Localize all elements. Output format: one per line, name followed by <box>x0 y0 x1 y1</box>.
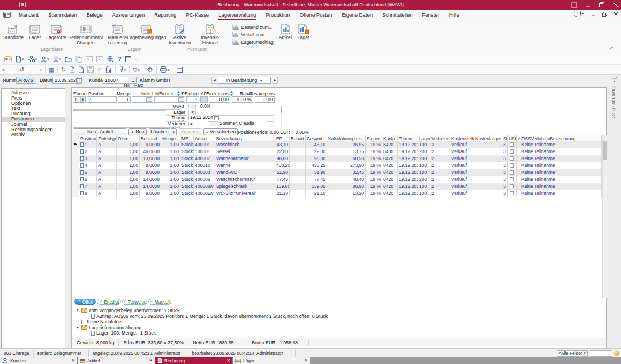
menu-item-reporting[interactable]: Reporting <box>149 10 181 20</box>
column-header-bezeichnung[interactable]: Bezeichnung <box>215 135 275 141</box>
next-record-icon[interactable]: → <box>27 67 33 73</box>
column-header-kalkulationspreis[interactable]: Kalkulationspreis <box>327 135 366 141</box>
print-icon[interactable]: ▾ <box>160 66 170 73</box>
column-header-position[interactable]: Position <box>79 135 97 141</box>
peinheit-field[interactable]: 1 <box>186 96 199 103</box>
column-header-kostenstelle[interactable]: Kostenstelle <box>450 135 474 141</box>
filter-tab-erledigt[interactable]: ✓Erledigt <box>97 299 121 305</box>
mdi-close-icon[interactable] <box>614 12 618 17</box>
table-scrollbar[interactable] <box>602 135 607 298</box>
positions-table[interactable]: PositionZeilentypOffenBestandMengeMEArti… <box>72 135 602 298</box>
new-record-icon[interactable] <box>69 66 75 73</box>
ebene-field[interactable]: 1▲▼ <box>73 96 86 103</box>
column-header-me[interactable]: ME <box>180 135 194 141</box>
column-header-zeilentyp[interactable]: Zeilentyp <box>97 135 117 141</box>
column-header-vertreter[interactable]: Vertreter <box>430 135 450 141</box>
table-row[interactable]: 5A1,009,00001,00Stück400003Wand-WC51,905… <box>72 169 602 176</box>
history-icon[interactable]: ↺ <box>19 67 24 73</box>
person-icon[interactable]: ▾ <box>41 56 49 63</box>
position-field[interactable]: 2 <box>87 96 117 103</box>
termin-field[interactable]: 19.12.2014 <box>189 115 213 120</box>
menu-item-auswertungen[interactable]: Auswertungen <box>107 10 149 20</box>
column-header-steuer[interactable]: Steuer <box>366 135 382 141</box>
meinheit-field[interactable]: ... <box>154 96 185 103</box>
menu-item-belege[interactable]: Belege <box>82 10 108 20</box>
tree-expander-icon[interactable]: ▾ <box>75 308 80 313</box>
menu-item-hilfe[interactable]: Hilfe <box>444 10 464 20</box>
close-icon[interactable] <box>612 2 619 8</box>
ebene-spinner[interactable]: ▲▼ <box>80 97 85 102</box>
ustidpf-checkbox[interactable] <box>510 156 514 161</box>
calendar-icon[interactable] <box>76 77 81 83</box>
table-row[interactable]: 4A1,008,00001,00Stück400010Wanne438,2543… <box>72 162 602 169</box>
position-text-row[interactable] <box>73 110 180 116</box>
column-header-offen[interactable]: Offen <box>117 135 140 141</box>
column-header-bestand[interactable]: Bestand <box>140 135 161 141</box>
filter-tab-teilweise[interactable]: ✓Teilweise <box>122 299 147 305</box>
ribbon-button-lagerorte[interactable]: Lagerorte <box>44 22 69 41</box>
ribbon-button-lagerumschlag[interactable]: Lagerumschlag <box>232 39 274 45</box>
table-row[interactable]: 3A1,0013,00001,00Stück400007Wannenarmatu… <box>72 155 602 162</box>
sidebar-item-archiv[interactable]: Archiv <box>2 132 65 138</box>
minimize-icon[interactable] <box>585 2 591 8</box>
menu-item-produktion[interactable]: Produktion <box>261 10 294 20</box>
column-header-ep[interactable]: EP <box>275 135 290 141</box>
calendar-icon[interactable] <box>214 116 219 120</box>
ribbon-button-verfall-zum-[interactable]: Verfall zum... <box>232 32 274 37</box>
ustidpf-checkbox[interactable] <box>510 177 514 181</box>
einzelpreis-field[interactable]: 0,00 <box>209 96 230 103</box>
menge-field[interactable]: 1 <box>118 96 131 103</box>
column-header-ste[interactable]: Ste <box>502 135 508 141</box>
table-row[interactable]: 6A1,0014,00001,00Stück400006Waschtischar… <box>72 176 602 183</box>
position-text-row[interactable] <box>73 104 180 110</box>
folder-icon[interactable] <box>65 56 72 62</box>
position-longtext-field[interactable] <box>73 117 180 128</box>
ustidpf-checkbox[interactable] <box>510 184 514 188</box>
sort-icon[interactable] <box>177 91 180 95</box>
undo-icon[interactable]: ↶ <box>97 67 102 73</box>
refresh-icon[interactable]: ↻ <box>61 67 66 73</box>
maximize-icon[interactable] <box>599 2 605 8</box>
feedback-bubble-icon[interactable]: !▾ <box>574 11 585 17</box>
ustidpf-checkbox[interactable] <box>510 163 514 168</box>
new-window-icon[interactable] <box>571 2 577 8</box>
nummer-field[interactable]: AR876 <box>16 77 36 84</box>
menu-item-schnittstellen[interactable]: Schnittstellen <box>377 10 418 20</box>
first-record-icon[interactable]: ⇤ <box>2 67 7 73</box>
column-header-gesamt[interactable]: Gesamt <box>306 135 327 141</box>
status-next-button[interactable]: ► <box>272 77 278 84</box>
mwst-lookup-button[interactable]: ... <box>190 104 196 109</box>
status-combo[interactable]: In Bearbeitung▼ <box>218 77 271 84</box>
menu-item-fenster[interactable]: Fenster <box>417 10 444 20</box>
taskbar-tab-kunden[interactable]: Kunden✕ <box>0 357 78 364</box>
ribbon-button-standorte[interactable]: Standorte <box>1 22 26 41</box>
column-header-artikel[interactable]: Artikel <box>194 135 215 141</box>
column-header-ustidpf[interactable]: UStIDPf <box>508 135 517 141</box>
ribbon-button-aktive-inventuren[interactable]: Aktive Inventuren <box>166 22 193 46</box>
menu-item-lagerverwaltung[interactable]: Lagerverwaltung <box>214 10 261 20</box>
ustidpf-checkbox[interactable] <box>510 149 514 154</box>
ribbon-button-lager[interactable]: Lager <box>294 22 313 41</box>
column-header-termin[interactable]: Termin <box>398 135 418 141</box>
tree-expander-icon[interactable]: ▾ <box>75 325 80 330</box>
tree-item[interactable]: Lager: 100, Menge: -1 Stück <box>73 330 605 336</box>
close-icon[interactable]: ✕ <box>226 358 230 363</box>
filter-tab-manuell[interactable]: ✓Manuell <box>148 299 171 305</box>
column-header-rabatt[interactable]: Rabatt <box>290 135 306 141</box>
settings-gear-icon[interactable] <box>147 66 153 73</box>
taskbar-tab-rechnung[interactable]: Rechnung✕ <box>155 357 233 364</box>
table-row[interactable]: ▶1A1,009,00001,00Stück400001Waschtisch43… <box>72 141 602 148</box>
column-header-ossverfahrenbezeichnung[interactable]: OSSVerfahrenBezeichnung <box>520 135 602 141</box>
ribbon-button-lagerbewegungen[interactable]: Lagerbewegungen <box>130 22 164 41</box>
ap-field[interactable] <box>200 96 208 103</box>
taskbar-tab-läger[interactable]: Läger✕ <box>233 357 310 364</box>
column-header-lager[interactable]: Lager <box>418 135 430 141</box>
copy-record-icon[interactable] <box>78 66 84 73</box>
field-filter-combo[interactable]: <Alle Felder>▼ <box>557 350 588 357</box>
menu-item-eigene-daten[interactable]: Eigene Daten <box>337 10 377 20</box>
ribbon-button-läger[interactable]: Läger <box>26 22 44 41</box>
menu-item-mandant[interactable]: Mandant <box>14 10 43 20</box>
close-icon[interactable]: ✕ <box>149 358 153 363</box>
detach-window-icon[interactable] <box>177 67 183 73</box>
table-row[interactable]: 2A1,0046,00001,00Stück100001Sessel22,002… <box>72 148 602 155</box>
